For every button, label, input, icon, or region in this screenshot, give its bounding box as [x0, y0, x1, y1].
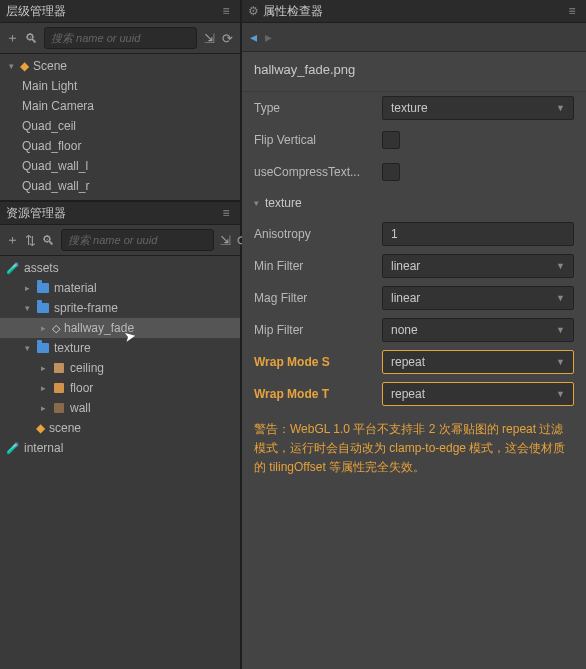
hierarchy-title: 层级管理器	[6, 3, 218, 20]
asset-item[interactable]: ▸ceiling	[0, 358, 240, 378]
texture-swatch-icon	[54, 363, 64, 373]
prop-wraps: Wrap Mode S repeat▼	[242, 346, 586, 378]
wrapt-select[interactable]: repeat▼	[382, 382, 574, 406]
chevron-down-icon: ▼	[556, 325, 565, 335]
chevron-right-icon[interactable]: ▸	[38, 323, 48, 333]
sort-icon[interactable]: ⇅	[25, 232, 36, 248]
assets-tree: 🧪assets ▸material ▾sprite-frame ▸◇hallwa…	[0, 256, 240, 669]
inspector-title: 属性检查器	[263, 3, 564, 20]
folder-item[interactable]: ▾sprite-frame	[0, 298, 240, 318]
wraps-select[interactable]: repeat▼	[382, 350, 574, 374]
chevron-right-icon[interactable]: ▸	[22, 283, 32, 293]
db-icon: 🧪	[6, 442, 20, 455]
node-label: Main Camera	[22, 99, 94, 113]
hierarchy-search-input[interactable]	[44, 27, 197, 49]
asset-label: hallway_fade	[64, 321, 134, 335]
prop-wrapt: Wrap Mode T repeat▼	[242, 378, 586, 410]
prop-magfilter: Mag Filter linear▼	[242, 282, 586, 314]
minfilter-select[interactable]: linear▼	[382, 254, 574, 278]
nav-forward-icon[interactable]: ▸	[265, 29, 272, 45]
chevron-right-icon[interactable]: ▸	[38, 363, 48, 373]
add-icon[interactable]: ＋	[6, 30, 19, 46]
compress-checkbox[interactable]	[382, 163, 400, 181]
chevron-down-icon[interactable]: ▾	[6, 61, 16, 71]
chevron-down-icon: ▼	[556, 293, 565, 303]
collapse-icon[interactable]: ⇲	[203, 30, 216, 46]
internal-root[interactable]: 🧪internal	[0, 438, 240, 458]
folder-icon	[37, 303, 49, 313]
folder-label: sprite-frame	[54, 301, 118, 315]
flip-checkbox[interactable]	[382, 131, 400, 149]
inspector-menu-icon[interactable]: ≡	[564, 4, 580, 18]
assets-header: 资源管理器 ≡	[0, 202, 240, 225]
hierarchy-item[interactable]: Quad_floor	[0, 136, 240, 156]
inspector-header: ⚙ 属性检查器 ≡	[242, 0, 586, 23]
assets-menu-icon[interactable]: ≡	[218, 206, 234, 220]
hierarchy-tree: ▾◆Scene Main Light Main Camera Quad_ceil…	[0, 54, 240, 200]
assets-root-label: assets	[24, 261, 59, 275]
hierarchy-item[interactable]: Quad_wall_l	[0, 156, 240, 176]
assets-root[interactable]: 🧪assets	[0, 258, 240, 278]
chevron-down-icon[interactable]: ▾	[22, 303, 32, 313]
hierarchy-panel: 层级管理器 ≡ ＋ 🔍︎ ⇲ ⟳ ▾◆Scene Main Light Main…	[0, 0, 240, 202]
wrapt-value: repeat	[391, 387, 425, 401]
texture-section[interactable]: ▾texture	[242, 188, 586, 218]
type-select[interactable]: texture▼	[382, 96, 574, 120]
asset-label: scene	[49, 421, 81, 435]
magfilter-select[interactable]: linear▼	[382, 286, 574, 310]
type-label: Type	[254, 101, 374, 115]
minfilter-label: Min Filter	[254, 259, 374, 273]
collapse-icon[interactable]: ⇲	[220, 232, 231, 248]
gear-icon: ⚙	[248, 4, 259, 18]
hierarchy-item[interactable]: Quad_ceil	[0, 116, 240, 136]
scene-root[interactable]: ▾◆Scene	[0, 56, 240, 76]
hierarchy-item[interactable]: Main Light	[0, 76, 240, 96]
prop-anisotropy: Anisotropy	[242, 218, 586, 250]
db-icon: 🧪	[6, 262, 20, 275]
chevron-down-icon[interactable]: ▾	[22, 343, 32, 353]
image-icon: ◇	[52, 322, 60, 335]
hierarchy-toolbar: ＋ 🔍︎ ⇲ ⟳	[0, 23, 240, 54]
aniso-input[interactable]	[382, 222, 574, 246]
asset-item-selected[interactable]: ▸◇hallway_fade	[0, 318, 240, 338]
refresh-icon[interactable]: ⟳	[222, 30, 235, 46]
chevron-down-icon: ▾	[254, 198, 259, 208]
hierarchy-item[interactable]: Quad_wall_r	[0, 176, 240, 196]
asset-label: wall	[70, 401, 91, 415]
prop-flip: Flip Vertical	[242, 124, 586, 156]
asset-item[interactable]: ▸floor	[0, 378, 240, 398]
aniso-label: Anisotropy	[254, 227, 374, 241]
minfilter-value: linear	[391, 259, 420, 273]
folder-item[interactable]: ▸material	[0, 278, 240, 298]
inspector-panel: ⚙ 属性检查器 ≡ ◂ ▸ hallway_fade.png Type text…	[242, 0, 586, 669]
node-label: Quad_ceil	[22, 119, 76, 133]
section-label: texture	[265, 196, 302, 210]
asset-label: floor	[70, 381, 93, 395]
nav-back-icon[interactable]: ◂	[250, 29, 257, 45]
chevron-right-icon[interactable]: ▸	[38, 403, 48, 413]
asset-item[interactable]: ◆scene	[0, 418, 240, 438]
search-icon[interactable]: 🔍︎	[42, 232, 55, 248]
folder-item[interactable]: ▾texture	[0, 338, 240, 358]
node-label: Main Light	[22, 79, 77, 93]
mipfilter-select[interactable]: none▼	[382, 318, 574, 342]
node-label: Quad_wall_r	[22, 179, 89, 193]
asset-item[interactable]: ▸wall	[0, 398, 240, 418]
search-icon[interactable]: 🔍︎	[25, 30, 38, 46]
scene-icon: ◆	[36, 421, 45, 435]
chevron-right-icon[interactable]: ▸	[38, 383, 48, 393]
warning-text: 警告：WebGL 1.0 平台不支持非 2 次幂贴图的 repeat 过滤模式，…	[242, 410, 586, 488]
assets-panel: 资源管理器 ≡ ＋ ⇅ 🔍︎ ⇲ ⟳ 🧪assets ▸material ▾sp…	[0, 202, 240, 669]
hierarchy-menu-icon[interactable]: ≡	[218, 4, 234, 18]
assets-search-input[interactable]	[61, 229, 214, 251]
wraps-label: Wrap Mode S	[254, 355, 374, 369]
asset-label: ceiling	[70, 361, 104, 375]
assets-toolbar: ＋ ⇅ 🔍︎ ⇲ ⟳	[0, 225, 240, 256]
scene-icon: ◆	[20, 59, 29, 73]
asset-name: hallway_fade.png	[242, 52, 586, 92]
texture-swatch-icon	[54, 383, 64, 393]
add-icon[interactable]: ＋	[6, 232, 19, 248]
prop-type: Type texture▼	[242, 92, 586, 124]
hierarchy-item[interactable]: Main Camera	[0, 96, 240, 116]
chevron-down-icon: ▼	[556, 389, 565, 399]
